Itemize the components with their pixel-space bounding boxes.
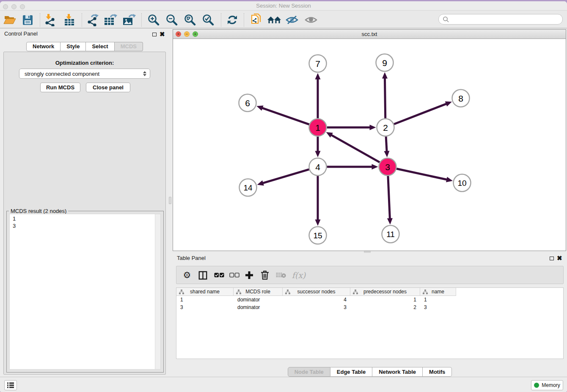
table-cell[interactable]: 4 [283, 296, 350, 304]
create-column-button[interactable] [242, 268, 256, 282]
zoom-selected-button[interactable] [201, 13, 215, 27]
edge-3-11[interactable] [388, 176, 390, 219]
open-session-button[interactable] [3, 13, 17, 27]
edge-3-1[interactable] [331, 135, 380, 162]
control-panel-title: Control Panel [4, 30, 38, 37]
show-hidden-button[interactable] [304, 13, 319, 27]
zoom-out-button[interactable] [164, 13, 179, 27]
table-row[interactable]: 3dominator323 [176, 304, 563, 311]
export-table-icon [104, 14, 117, 26]
edge-arrowhead [384, 151, 389, 157]
hierarchy-icon [236, 290, 241, 295]
task-history-button[interactable] [4, 380, 17, 390]
table-mode-button[interactable] [196, 268, 209, 282]
toolbar-separator [244, 13, 244, 27]
table-cell[interactable]: 1 [420, 296, 456, 304]
export-network-button[interactable] [85, 13, 99, 27]
first-neighbors-button[interactable] [267, 13, 281, 27]
tab-node-table[interactable]: Node Table [288, 367, 330, 377]
select-all-button[interactable] [212, 268, 226, 282]
table-cell[interactable]: dominator [234, 296, 283, 304]
optimization-criterion-select[interactable]: strongly connected component [19, 69, 150, 79]
tab-motifs[interactable]: Motifs [423, 367, 452, 377]
import-table-button[interactable] [62, 13, 77, 27]
close-panel-icon[interactable]: ✖ [160, 32, 165, 37]
houses-icon [267, 14, 281, 25]
table-cell[interactable]: 3 [176, 304, 234, 311]
search-input[interactable] [451, 15, 559, 24]
vertical-splitter-handle[interactable] [169, 197, 171, 204]
apply-layout-button[interactable] [225, 13, 239, 27]
hierarchy-icon [179, 290, 184, 295]
float-table-panel-icon[interactable] [550, 257, 554, 260]
delete-column-button[interactable] [258, 268, 272, 282]
main-toolbar [0, 10, 567, 28]
table-cell[interactable]: 3 [283, 304, 350, 311]
edge-2-3[interactable] [386, 136, 387, 152]
export-table-button[interactable] [103, 13, 118, 27]
edge-3-10[interactable] [396, 169, 447, 180]
scrollbar-track[interactable] [155, 214, 160, 369]
edge-2-8[interactable] [394, 104, 447, 124]
hide-selected-button[interactable] [285, 13, 300, 27]
column-header-name[interactable]: name [420, 288, 456, 296]
float-panel-icon[interactable] [152, 33, 157, 36]
mcds-result-line: 1 [13, 215, 16, 222]
edge-4-14[interactable] [262, 169, 309, 183]
edge-2-9[interactable] [385, 77, 385, 118]
table-cell[interactable]: dominator [234, 304, 283, 311]
tab-style[interactable]: Style [61, 42, 86, 51]
table-settings-button[interactable]: ⚙ [180, 268, 194, 282]
column-header-shared-name[interactable]: shared name [176, 288, 234, 296]
memory-status-icon [534, 383, 539, 388]
zoom-out-icon [165, 14, 178, 26]
table-cell[interactable]: 1 [176, 296, 234, 304]
toolbar-separator [221, 13, 221, 27]
export-network-icon [86, 14, 99, 26]
network-canvas[interactable]: 7968124314101511 [173, 39, 566, 251]
zoom-in-button[interactable] [146, 13, 160, 27]
eye-slash-icon [286, 15, 299, 25]
application-window: Session: New Session [0, 1, 567, 392]
horizontal-splitter-handle[interactable] [364, 251, 371, 253]
edge-1-6[interactable] [262, 108, 309, 124]
columns-icon [198, 271, 207, 280]
node-label-8: 8 [458, 94, 463, 103]
toolbar-separator [141, 13, 142, 27]
column-header-predecessor-nodes[interactable]: predecessor nodes [350, 288, 420, 296]
run-mcds-button[interactable]: Run MCDS [40, 83, 80, 92]
close-panel-button[interactable]: Close panel [86, 83, 130, 92]
hierarchy-icon [423, 290, 428, 295]
zoom-fit-icon [183, 14, 196, 26]
save-session-button[interactable] [20, 13, 35, 27]
column-header-successor-nodes[interactable]: successor nodes [283, 288, 350, 296]
window-titlebar[interactable]: Session: New Session [0, 1, 567, 10]
gear-icon: ⚙ [183, 271, 191, 280]
optimization-criterion-label: Optimization criterion: [4, 60, 165, 66]
export-image-button[interactable] [122, 13, 136, 27]
function-builder-button[interactable]: f(x) [290, 268, 308, 282]
delete-table-button[interactable] [274, 268, 288, 282]
node-label-2: 2 [383, 123, 388, 133]
import-network-button[interactable] [43, 13, 57, 27]
table-body: 1dominator4113dominator323 [176, 296, 563, 311]
table-row[interactable]: 1dominator411 [176, 296, 563, 304]
tab-mcds[interactable]: MCDS [115, 42, 143, 51]
table-cell[interactable]: 1 [350, 296, 420, 304]
mcds-result-list[interactable]: 13 [9, 214, 161, 370]
column-header-mcds-role[interactable]: MCDS role [234, 288, 283, 296]
table-cell[interactable]: 3 [420, 304, 456, 311]
deselect-all-button[interactable] [228, 268, 241, 282]
tab-edge-table[interactable]: Edge Table [330, 367, 372, 377]
new-network-from-selection-button[interactable] [248, 13, 263, 27]
memory-button[interactable]: Memory [531, 380, 563, 390]
table-cell[interactable]: 2 [350, 304, 420, 311]
tab-select[interactable]: Select [86, 42, 114, 51]
zoom-fit-button[interactable] [182, 13, 197, 27]
tab-network-table[interactable]: Network Table [372, 367, 423, 377]
node-label-6: 6 [245, 98, 250, 108]
network-window-titlebar[interactable]: × − + scc.txt [173, 30, 566, 39]
tab-network[interactable]: Network [26, 42, 61, 51]
close-table-panel-icon[interactable]: ✖ [557, 256, 562, 261]
column-header-label: name [432, 289, 444, 295]
